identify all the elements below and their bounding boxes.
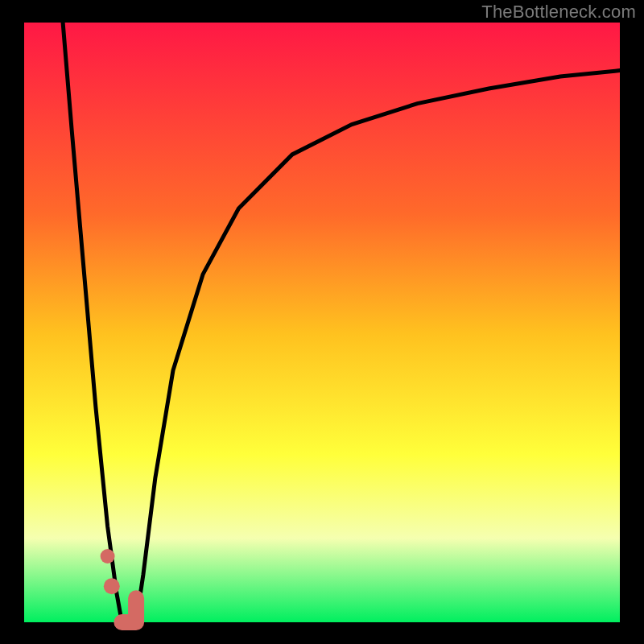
- marker-dot-icon: [101, 549, 115, 564]
- watermark-text: TheBottleneck.com: [481, 2, 636, 23]
- plot-gradient-background: [24, 23, 620, 622]
- bottleneck-chart: [0, 0, 644, 644]
- marker-dot-icon: [104, 578, 120, 594]
- chart-frame: TheBottleneck.com: [0, 0, 644, 644]
